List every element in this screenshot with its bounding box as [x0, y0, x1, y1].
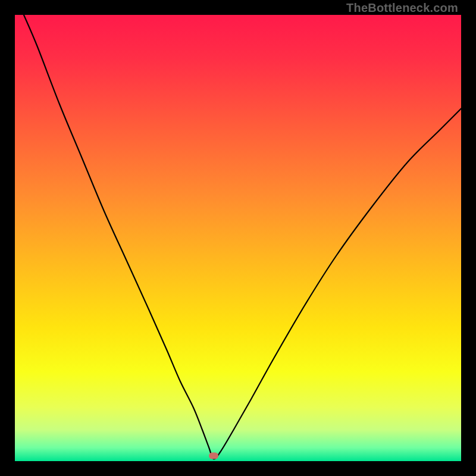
minimum-marker [209, 453, 218, 459]
outer-frame: TheBottleneck.com [0, 0, 476, 476]
bottleneck-curve [15, 15, 461, 461]
watermark-text: TheBottleneck.com [346, 1, 458, 15]
plot-area [15, 15, 461, 461]
